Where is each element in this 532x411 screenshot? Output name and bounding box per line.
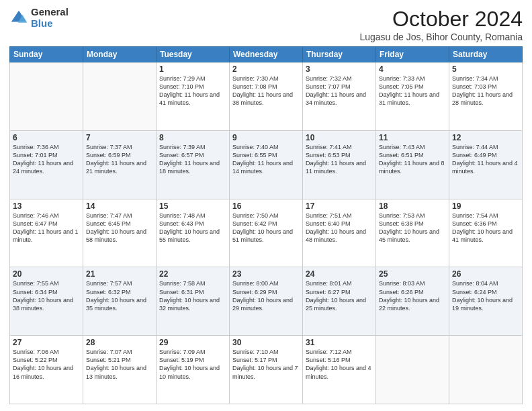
day-number: 16 — [232, 201, 300, 211]
day-number: 22 — [159, 269, 226, 279]
table-row: 7Sunrise: 7:37 AMSunset: 6:59 PMDaylight… — [83, 130, 157, 199]
cell-info: Sunrise: 7:12 AMSunset: 5:16 PMDaylight:… — [306, 349, 371, 379]
cell-info: Sunrise: 7:46 AMSunset: 6:47 PMDaylight:… — [13, 212, 79, 243]
day-number: 29 — [159, 338, 226, 347]
calendar-row: 6Sunrise: 7:36 AMSunset: 7:01 PMDaylight… — [10, 130, 523, 199]
day-number: 26 — [452, 269, 519, 279]
day-number: 19 — [452, 201, 519, 211]
cell-info: Sunrise: 8:03 AMSunset: 6:26 PMDaylight:… — [379, 280, 439, 311]
table-row: 28Sunrise: 7:07 AMSunset: 5:21 PMDayligh… — [83, 336, 157, 404]
table-row — [10, 62, 83, 131]
table-row: 15Sunrise: 7:48 AMSunset: 6:43 PMDayligh… — [157, 199, 230, 267]
day-number: 8 — [159, 133, 226, 142]
cell-info: Sunrise: 8:00 AMSunset: 6:29 PMDaylight:… — [232, 280, 293, 311]
col-thursday: Thursday — [303, 47, 376, 62]
table-row: 11Sunrise: 7:43 AMSunset: 6:51 PMDayligh… — [376, 130, 449, 199]
table-row: 27Sunrise: 7:06 AMSunset: 5:22 PMDayligh… — [10, 336, 83, 404]
col-monday: Monday — [83, 47, 157, 62]
table-row: 17Sunrise: 7:51 AMSunset: 6:40 PMDayligh… — [303, 199, 376, 267]
cell-info: Sunrise: 7:51 AMSunset: 6:40 PMDaylight:… — [306, 212, 366, 243]
day-number: 9 — [232, 133, 300, 142]
col-wednesday: Wednesday — [230, 47, 303, 62]
cell-info: Sunrise: 7:37 AMSunset: 6:59 PMDaylight:… — [86, 144, 146, 175]
day-number: 7 — [86, 133, 153, 142]
day-number: 25 — [379, 269, 446, 279]
day-number: 1 — [159, 64, 226, 74]
cell-info: Sunrise: 7:34 AMSunset: 7:03 PMDaylight:… — [452, 75, 513, 106]
calendar-row: 13Sunrise: 7:46 AMSunset: 6:47 PMDayligh… — [10, 199, 523, 267]
logo-blue: Blue — [31, 18, 69, 30]
cell-info: Sunrise: 7:36 AMSunset: 7:01 PMDaylight:… — [13, 144, 73, 175]
day-number: 23 — [232, 269, 300, 279]
day-number: 20 — [13, 269, 80, 279]
cell-info: Sunrise: 7:43 AMSunset: 6:51 PMDaylight:… — [379, 144, 445, 175]
table-row: 24Sunrise: 8:01 AMSunset: 6:27 PMDayligh… — [303, 267, 376, 336]
day-number: 10 — [306, 133, 373, 142]
calendar-row: 20Sunrise: 7:55 AMSunset: 6:34 PMDayligh… — [10, 267, 523, 336]
table-row: 13Sunrise: 7:46 AMSunset: 6:47 PMDayligh… — [10, 199, 83, 267]
logo: General Blue — [9, 7, 69, 29]
table-row: 5Sunrise: 7:34 AMSunset: 7:03 PMDaylight… — [449, 62, 523, 131]
calendar-row: 1Sunrise: 7:29 AMSunset: 7:10 PMDaylight… — [10, 62, 523, 131]
table-row: 20Sunrise: 7:55 AMSunset: 6:34 PMDayligh… — [10, 267, 83, 336]
cell-info: Sunrise: 7:48 AMSunset: 6:43 PMDaylight:… — [159, 212, 220, 243]
day-number: 18 — [379, 201, 446, 211]
calendar-row: 27Sunrise: 7:06 AMSunset: 5:22 PMDayligh… — [10, 336, 523, 404]
page: General Blue October 2024 Lugasu de Jos,… — [0, 0, 532, 411]
day-number: 27 — [13, 338, 80, 347]
table-row: 10Sunrise: 7:41 AMSunset: 6:53 PMDayligh… — [303, 130, 376, 199]
day-number: 12 — [452, 133, 519, 142]
col-saturday: Saturday — [449, 47, 523, 62]
day-number: 13 — [13, 201, 80, 211]
table-row: 14Sunrise: 7:47 AMSunset: 6:45 PMDayligh… — [83, 199, 157, 267]
cell-info: Sunrise: 7:29 AMSunset: 7:10 PMDaylight:… — [159, 75, 220, 106]
cell-info: Sunrise: 7:07 AMSunset: 5:21 PMDaylight:… — [86, 349, 146, 379]
day-number: 31 — [306, 338, 373, 347]
table-row: 26Sunrise: 8:04 AMSunset: 6:24 PMDayligh… — [449, 267, 523, 336]
day-number: 11 — [379, 133, 446, 142]
day-number: 17 — [306, 201, 373, 211]
col-sunday: Sunday — [10, 47, 83, 62]
day-number: 4 — [379, 64, 446, 74]
cell-info: Sunrise: 7:58 AMSunset: 6:31 PMDaylight:… — [159, 280, 220, 311]
subtitle: Lugasu de Jos, Bihor County, Romania — [359, 32, 523, 42]
table-row: 6Sunrise: 7:36 AMSunset: 7:01 PMDaylight… — [10, 130, 83, 199]
table-row: 29Sunrise: 7:09 AMSunset: 5:19 PMDayligh… — [157, 336, 230, 404]
day-number: 21 — [86, 269, 153, 279]
cell-info: Sunrise: 7:44 AMSunset: 6:49 PMDaylight:… — [452, 144, 518, 175]
cell-info: Sunrise: 7:10 AMSunset: 5:17 PMDaylight:… — [232, 349, 298, 379]
cell-info: Sunrise: 7:39 AMSunset: 6:57 PMDaylight:… — [159, 144, 220, 175]
day-number: 6 — [13, 133, 80, 142]
day-number: 28 — [86, 338, 153, 347]
table-row: 4Sunrise: 7:33 AMSunset: 7:05 PMDaylight… — [376, 62, 449, 131]
cell-info: Sunrise: 7:47 AMSunset: 6:45 PMDaylight:… — [86, 212, 146, 243]
table-row: 1Sunrise: 7:29 AMSunset: 7:10 PMDaylight… — [157, 62, 230, 131]
col-friday: Friday — [376, 47, 449, 62]
cell-info: Sunrise: 8:01 AMSunset: 6:27 PMDaylight:… — [306, 280, 366, 311]
day-number: 15 — [159, 201, 226, 211]
calendar-table: Sunday Monday Tuesday Wednesday Thursday… — [9, 46, 523, 404]
day-number: 2 — [232, 64, 300, 74]
cell-info: Sunrise: 7:41 AMSunset: 6:53 PMDaylight:… — [306, 144, 366, 175]
table-row: 9Sunrise: 7:40 AMSunset: 6:55 PMDaylight… — [230, 130, 303, 199]
cell-info: Sunrise: 7:32 AMSunset: 7:07 PMDaylight:… — [306, 75, 366, 106]
table-row: 8Sunrise: 7:39 AMSunset: 6:57 PMDaylight… — [157, 130, 230, 199]
table-row: 18Sunrise: 7:53 AMSunset: 6:38 PMDayligh… — [376, 199, 449, 267]
table-row: 21Sunrise: 7:57 AMSunset: 6:32 PMDayligh… — [83, 267, 157, 336]
table-row: 16Sunrise: 7:50 AMSunset: 6:42 PMDayligh… — [230, 199, 303, 267]
table-row: 25Sunrise: 8:03 AMSunset: 6:26 PMDayligh… — [376, 267, 449, 336]
table-row: 22Sunrise: 7:58 AMSunset: 6:31 PMDayligh… — [157, 267, 230, 336]
cell-info: Sunrise: 7:09 AMSunset: 5:19 PMDaylight:… — [159, 349, 220, 379]
day-number: 14 — [86, 201, 153, 211]
table-row: 23Sunrise: 8:00 AMSunset: 6:29 PMDayligh… — [230, 267, 303, 336]
cell-info: Sunrise: 7:30 AMSunset: 7:08 PMDaylight:… — [232, 75, 293, 106]
day-number: 3 — [306, 64, 373, 74]
day-number: 30 — [232, 338, 300, 347]
cell-info: Sunrise: 7:33 AMSunset: 7:05 PMDaylight:… — [379, 75, 439, 106]
table-row: 30Sunrise: 7:10 AMSunset: 5:17 PMDayligh… — [230, 336, 303, 404]
header: General Blue October 2024 Lugasu de Jos,… — [9, 7, 523, 42]
cell-info: Sunrise: 7:53 AMSunset: 6:38 PMDaylight:… — [379, 212, 439, 243]
table-row: 12Sunrise: 7:44 AMSunset: 6:49 PMDayligh… — [449, 130, 523, 199]
cell-info: Sunrise: 7:57 AMSunset: 6:32 PMDaylight:… — [86, 280, 146, 311]
table-row: 31Sunrise: 7:12 AMSunset: 5:16 PMDayligh… — [303, 336, 376, 404]
